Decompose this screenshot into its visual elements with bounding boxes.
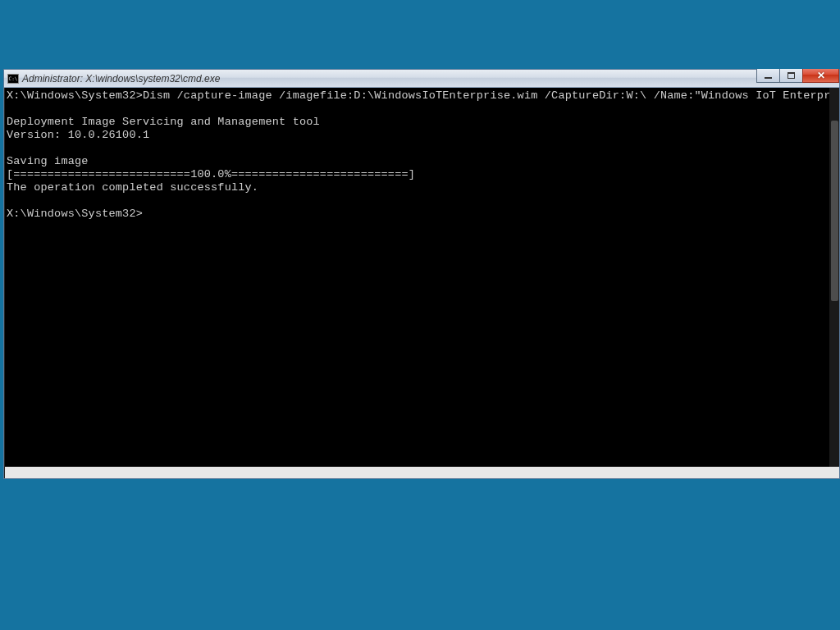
cmd-window: C:\ Administrator: X:\windows\system32\c… — [3, 69, 840, 479]
horizontal-scrollbar[interactable] — [5, 467, 829, 478]
terminal-output[interactable]: X:\Windows\System32>Dism /capture-image … — [5, 88, 829, 467]
maximize-button[interactable] — [779, 69, 803, 83]
command-text: Dism /capture-image /imagefile:D:\Window… — [143, 89, 829, 102]
output-line: Version: 10.0.26100.1 — [7, 129, 149, 141]
output-line: Deployment Image Servicing and Managemen… — [7, 116, 320, 128]
window-title: Administrator: X:\windows\system32\cmd.e… — [22, 73, 220, 84]
minimize-button[interactable] — [756, 69, 780, 83]
titlebar[interactable]: C:\ Administrator: X:\windows\system32\c… — [4, 70, 839, 88]
vertical-scrollbar[interactable] — [829, 88, 839, 467]
output-line: Saving image — [7, 155, 89, 167]
prompt: X:\Windows\System32> — [7, 208, 143, 220]
prompt: X:\Windows\System32> — [7, 89, 143, 102]
window-controls: ✕ — [757, 69, 839, 83]
maximize-icon — [788, 72, 795, 79]
progress-line: [==========================100.0%=======… — [7, 168, 415, 180]
minimize-icon — [765, 77, 772, 79]
scroll-thumb[interactable] — [831, 121, 838, 301]
close-icon: ✕ — [817, 70, 825, 81]
output-line: The operation completed successfully. — [7, 181, 258, 194]
scroll-corner — [829, 467, 839, 478]
close-button[interactable]: ✕ — [802, 69, 839, 83]
cmd-icon: C:\ — [7, 74, 19, 84]
